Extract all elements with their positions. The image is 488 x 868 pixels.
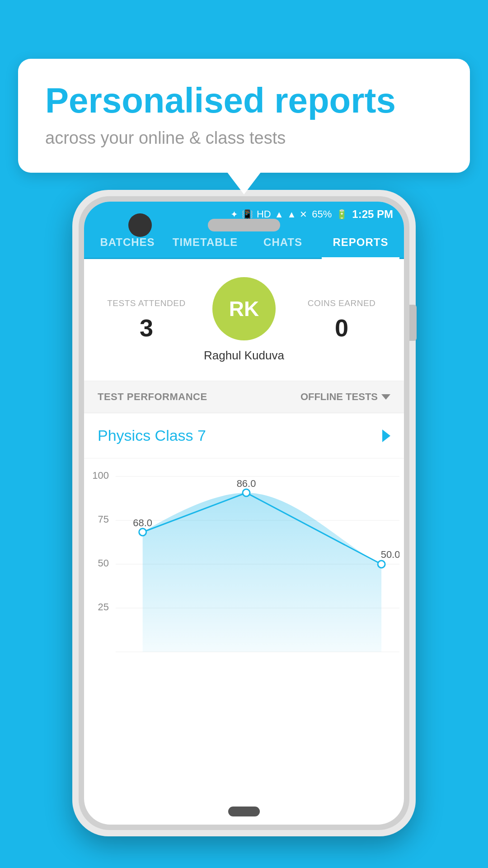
phone-wrapper: ✦ 📳 HD ▲ ▲ ✕ 65% 🔋 1:25 PM bbox=[72, 190, 416, 836]
profile-section: TESTS ATTENDED 3 RK Raghul Kuduva COINS … bbox=[84, 259, 404, 381]
tab-reports[interactable]: REPORTS bbox=[322, 227, 399, 258]
avatar-wrapper: RK Raghul Kuduva bbox=[195, 277, 293, 363]
signal-icon: ▲ bbox=[287, 209, 296, 220]
svg-point-10 bbox=[243, 489, 250, 496]
phone-inner: ✦ 📳 HD ▲ ▲ ✕ 65% 🔋 1:25 PM bbox=[79, 196, 409, 830]
phone-camera bbox=[128, 213, 152, 237]
svg-text:50.0: 50.0 bbox=[381, 549, 399, 560]
phone-home-button bbox=[228, 807, 260, 816]
coins-earned-value: 0 bbox=[293, 314, 390, 342]
battery-icon: 🔋 bbox=[336, 209, 347, 220]
svg-text:50: 50 bbox=[98, 557, 109, 569]
class-row[interactable]: Physics Class 7 bbox=[84, 413, 404, 458]
tests-attended-box: TESTS ATTENDED 3 bbox=[98, 298, 195, 342]
chevron-down-icon bbox=[381, 394, 390, 400]
svg-text:100: 100 bbox=[93, 470, 109, 481]
tab-batches[interactable]: BATCHES bbox=[89, 227, 166, 258]
coins-earned-box: COINS EARNED 0 bbox=[293, 298, 390, 342]
coins-earned-label: COINS EARNED bbox=[293, 298, 390, 308]
tooltip-title: Personalised reports bbox=[45, 81, 443, 120]
battery-percent: 65% bbox=[312, 208, 332, 220]
chevron-right-icon bbox=[382, 429, 390, 442]
wifi-icon: ▲ bbox=[275, 209, 284, 220]
svg-point-11 bbox=[378, 561, 385, 568]
svg-text:25: 25 bbox=[98, 601, 109, 613]
chart-area: 100 75 50 25 bbox=[84, 458, 404, 675]
performance-chart: 100 75 50 25 bbox=[93, 467, 399, 666]
avatar: RK bbox=[212, 277, 276, 340]
section-header: TEST PERFORMANCE OFFLINE TESTS bbox=[84, 381, 404, 413]
phone-side-button bbox=[409, 305, 417, 341]
user-name: Raghul Kuduva bbox=[204, 349, 284, 363]
status-time: 1:25 PM bbox=[352, 208, 393, 221]
phone-outer: ✦ 📳 HD ▲ ▲ ✕ 65% 🔋 1:25 PM bbox=[72, 190, 416, 836]
svg-text:86.0: 86.0 bbox=[237, 478, 256, 489]
filter-button[interactable]: OFFLINE TESTS bbox=[300, 391, 390, 403]
phone-screen: ✦ 📳 HD ▲ ▲ ✕ 65% 🔋 1:25 PM bbox=[84, 202, 404, 825]
svg-text:68.0: 68.0 bbox=[133, 517, 152, 528]
tests-attended-label: TESTS ATTENDED bbox=[98, 298, 195, 308]
tab-timetable[interactable]: TIMETABLE bbox=[166, 227, 244, 258]
section-label: TEST PERFORMANCE bbox=[98, 391, 207, 403]
tab-chats[interactable]: CHATS bbox=[244, 227, 322, 258]
class-name: Physics Class 7 bbox=[98, 427, 206, 444]
tooltip-subtitle: across your online & class tests bbox=[45, 128, 443, 148]
tests-attended-value: 3 bbox=[98, 314, 195, 342]
no-sim-icon: ✕ bbox=[300, 209, 307, 220]
vibrate-icon: 📳 bbox=[242, 209, 253, 220]
svg-text:75: 75 bbox=[98, 514, 109, 525]
svg-point-9 bbox=[139, 528, 146, 536]
phone-speaker bbox=[208, 219, 280, 231]
tooltip-card: Personalised reports across your online … bbox=[18, 59, 470, 173]
bluetooth-icon: ✦ bbox=[230, 209, 238, 220]
